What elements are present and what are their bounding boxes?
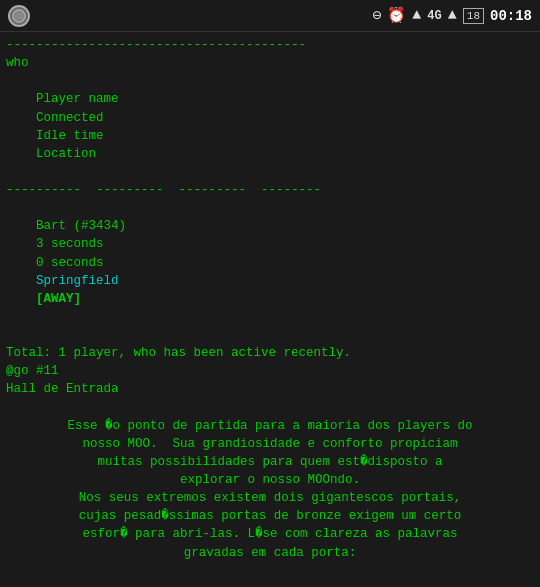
- who-header: who: [6, 54, 534, 72]
- blank3: [6, 562, 534, 580]
- desc-line4: explorar o nosso MOOndo.: [6, 471, 534, 489]
- desc-line7: esfor� para abri-las. L�se com clareza a…: [6, 525, 534, 543]
- col-separator: ---------- --------- --------- --------: [6, 181, 534, 199]
- col-player: Player name: [36, 92, 119, 106]
- desc-line5: Nos seus extremos existem dois gigantesc…: [6, 489, 534, 507]
- status-icons: ⊖ ⏰ ▲ 4G ▲ 18 00:18: [372, 6, 532, 25]
- total-line: Total: 1 player, who has been active rec…: [6, 344, 534, 362]
- top-separator: ----------------------------------------: [6, 36, 534, 54]
- col-location: Location: [36, 147, 96, 161]
- status-left: [8, 5, 30, 27]
- desc-line3: muitas possibilidades para quem est�disp…: [6, 453, 534, 471]
- player-row: Bart (#3434) 3 seconds 0 seconds Springf…: [6, 199, 534, 326]
- paths-line: Caminho da Cicia e Caminho da Fic�o: [6, 580, 534, 587]
- column-headers: Player name Connected Idle time Location: [6, 72, 534, 181]
- col-connected: Connected: [36, 111, 104, 125]
- desc-line8: gravadas em cada porta:: [6, 544, 534, 562]
- status-bar: ⊖ ⏰ ▲ 4G ▲ 18 00:18: [0, 0, 540, 32]
- signal-icon: ▲: [448, 7, 457, 24]
- desc-line2: nosso MOO. Sua grandiosidade e conforto …: [6, 435, 534, 453]
- col-idle: Idle time: [36, 129, 104, 143]
- player-away: [AWAY]: [36, 292, 81, 306]
- player-name: Bart (#3434): [36, 219, 126, 233]
- blank1: [6, 326, 534, 344]
- hall-name: Hall de Entrada: [6, 380, 534, 398]
- stop-icon: ⊖: [372, 6, 381, 25]
- player-location: Springfield: [36, 274, 119, 288]
- app-logo: [8, 5, 30, 27]
- wifi-icon: ▲: [412, 7, 421, 24]
- player-idle: 0 seconds: [36, 256, 104, 270]
- alarm-icon: ⏰: [387, 6, 406, 25]
- player-connected: 3 seconds: [36, 237, 104, 251]
- blank2: [6, 399, 534, 417]
- terminal-output: ----------------------------------------…: [0, 32, 540, 587]
- desc-line1: Esse �o ponto de partida para a maioria …: [6, 417, 534, 435]
- go11: @go #11: [6, 362, 534, 380]
- desc-line6: cujas pesad�ssimas portas de bronze exig…: [6, 507, 534, 525]
- svg-point-1: [16, 13, 22, 19]
- network-label: 4G: [427, 9, 441, 23]
- time-display: 00:18: [490, 8, 532, 24]
- battery-level: 18: [463, 8, 484, 24]
